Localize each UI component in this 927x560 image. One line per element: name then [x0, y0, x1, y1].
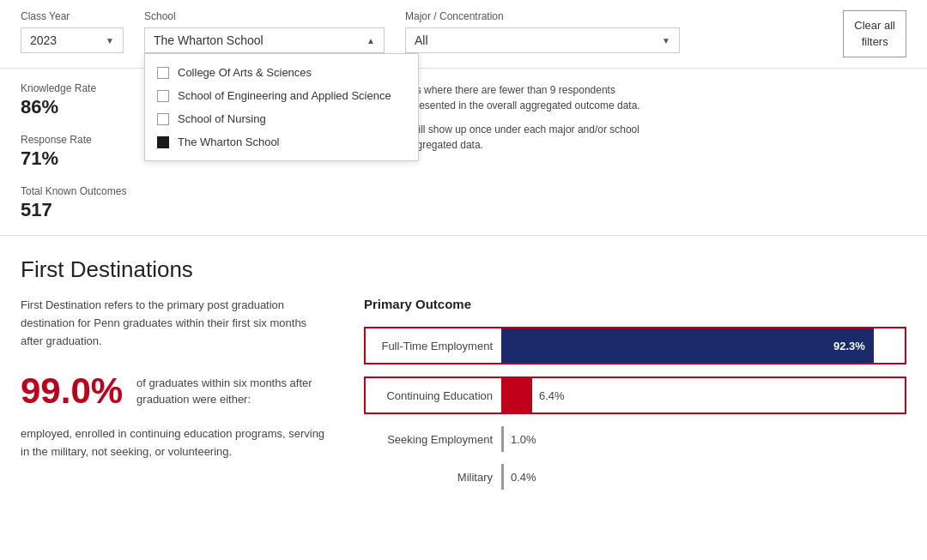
class-year-chevron: ▼: [106, 36, 114, 45]
highlight-row: 99.0% of graduates within six months aft…: [21, 370, 330, 412]
school-filter: School The Wharton School ▲ College Of A…: [144, 10, 385, 53]
first-dest-description: First Destination refers to the primary …: [21, 297, 330, 350]
school-option-arts[interactable]: College Of Arts & Sciences: [145, 61, 418, 84]
bar-label-fulltime-text: Full-Time Employment: [381, 340, 493, 352]
school-option-engineering[interactable]: School of Engineering and Applied Scienc…: [145, 84, 418, 107]
bar-indicator-military: [501, 464, 504, 490]
bar-fill-continuing: [501, 378, 532, 412]
bar-label-military: Military: [364, 470, 501, 484]
first-destinations-section: First Destinations First Destination ref…: [0, 236, 927, 517]
bar-label-seeking: Seeking Employment: [364, 432, 501, 446]
bar-track-fulltime: 92.3%: [501, 327, 906, 364]
bar-row-seeking: Seeking Employment 1.0%: [364, 426, 906, 452]
clear-all-button[interactable]: Clear allfilters: [843, 10, 906, 57]
school-option-nursing-label: School of Nursing: [178, 112, 266, 125]
bar-row-fulltime: Full-Time Employment 92.3%: [364, 327, 906, 364]
school-option-nursing[interactable]: School of Nursing: [145, 107, 418, 130]
first-destinations-title: First Destinations: [21, 256, 906, 283]
school-checkbox-arts: [157, 67, 169, 79]
school-option-engineering-label: School of Engineering and Applied Scienc…: [178, 89, 391, 102]
filter-bar: Class Year 2023 ▼ School The Wharton Sch…: [0, 0, 927, 69]
school-option-arts-label: College Of Arts & Sciences: [178, 66, 312, 79]
school-option-wharton[interactable]: The Wharton School: [145, 130, 418, 154]
bar-label-continuing-text: Continuing Education: [386, 389, 493, 402]
chart-title: Primary Outcome: [364, 297, 906, 311]
school-chevron: ▲: [367, 36, 375, 45]
bar-track-continuing: 6.4%: [501, 376, 906, 414]
bar-label-continuing: Continuing Education: [364, 376, 501, 414]
class-year-label: Class Year: [21, 10, 124, 22]
school-select[interactable]: The Wharton School ▲: [144, 27, 385, 53]
highlight-percentage: 99.0%: [21, 370, 123, 412]
bar-row-continuing: Continuing Education 6.4%: [364, 376, 906, 414]
bar-label-fulltime: Full-Time Employment: [364, 327, 501, 364]
bar-pct-fulltime: 92.3%: [833, 340, 865, 352]
major-filter: Major / Concentration All ▼: [405, 10, 680, 53]
highlight-of-text: of graduates within six months after gra…: [136, 375, 330, 408]
school-dropdown-menu: College Of Arts & Sciences School of Eng…: [144, 53, 419, 161]
bar-pct-seeking: 1.0%: [511, 433, 536, 446]
school-checkbox-nursing: [157, 113, 169, 125]
major-select[interactable]: All ▼: [405, 27, 680, 53]
bar-indicator-seeking: [501, 426, 504, 452]
bar-pct-continuing: 6.4%: [532, 389, 565, 402]
bar-plain-military: 0.4%: [501, 464, 536, 490]
school-checkbox-wharton: [157, 136, 169, 148]
bar-row-military: Military 0.4%: [364, 464, 906, 490]
chart-area: Primary Outcome Full-Time Employment 92.…: [364, 297, 906, 490]
bottom-description: employed, enrolled in continuing educati…: [21, 425, 330, 461]
left-description: First Destination refers to the primary …: [21, 297, 330, 461]
bar-chart: Full-Time Employment 92.3% Continuing Ed…: [364, 327, 906, 490]
first-destinations-body: First Destination refers to the primary …: [21, 297, 906, 490]
bar-plain-seeking: 1.0%: [501, 426, 536, 452]
bar-pct-military: 0.4%: [511, 471, 536, 484]
total-known-outcomes-value: 517: [21, 199, 175, 221]
stats-area: Knowledge Rate 86% Response Rate 71% Tot…: [0, 69, 927, 236]
major-label: Major / Concentration: [405, 10, 680, 22]
bar-label-seeking-text: Seeking Employment: [387, 433, 493, 446]
total-known-outcomes-stat: Total Known Outcomes 517: [21, 185, 175, 221]
school-checkbox-engineering: [157, 90, 169, 102]
class-year-value: 2023: [30, 33, 57, 47]
class-year-select[interactable]: 2023 ▼: [21, 27, 124, 53]
school-option-wharton-label: The Wharton School: [178, 135, 280, 148]
bar-label-military-text: Military: [457, 471, 493, 484]
major-value: All: [415, 33, 428, 47]
major-chevron: ▼: [662, 36, 670, 45]
bar-fill-fulltime: 92.3%: [501, 328, 874, 363]
total-known-outcomes-label: Total Known Outcomes: [21, 185, 175, 197]
school-label: School: [144, 10, 385, 22]
class-year-filter: Class Year 2023 ▼: [21, 10, 124, 53]
school-value: The Wharton School: [154, 33, 264, 47]
